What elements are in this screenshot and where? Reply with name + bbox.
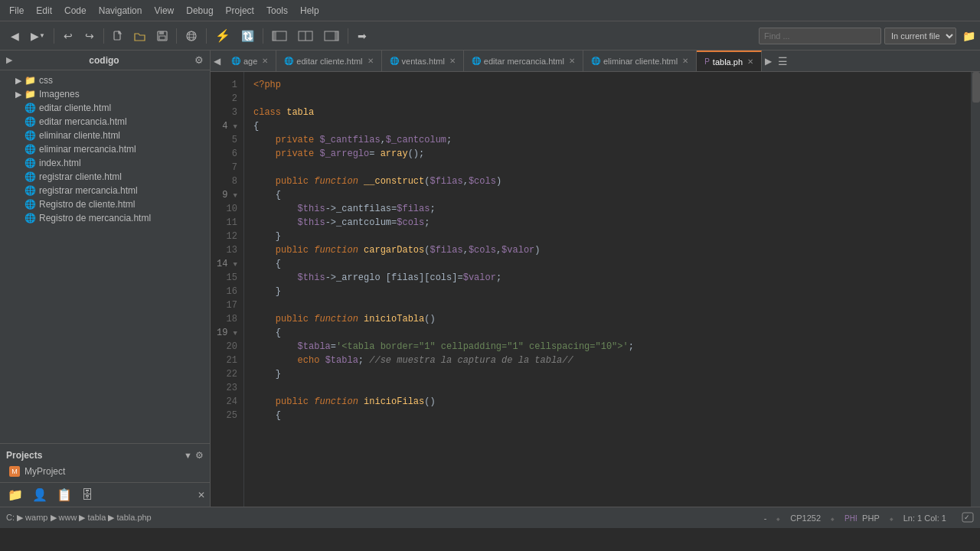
tab-close-age[interactable]: ✕	[262, 57, 268, 65]
tab-label: editar mercancia.html	[484, 57, 564, 66]
search-input[interactable]	[759, 28, 881, 44]
file-eliminar-mercancia[interactable]: 🌐 eliminar mercancia.html	[0, 142, 210, 156]
line-10: 10	[211, 202, 243, 216]
new-file-button[interactable]	[108, 26, 128, 46]
line-12: 12	[211, 230, 243, 243]
code-editor[interactable]: <?php class tabla { private $_cantfilas,…	[244, 72, 971, 507]
refresh-button[interactable]: 🔃	[237, 26, 259, 46]
file-label: registrar cliente.html	[39, 171, 122, 182]
file-icon: 🌐	[24, 213, 36, 223]
files-icon[interactable]: 📁	[5, 486, 26, 504]
sidebar-expand-icon[interactable]: ▶	[6, 55, 12, 65]
project-myproject[interactable]: M MyProject	[0, 464, 210, 479]
copy-icon[interactable]: 📋	[54, 486, 75, 504]
file-registrar-mercancia[interactable]: 🌐 registrar mercancia.html	[0, 184, 210, 197]
search-folder-icon[interactable]: 📁	[962, 30, 975, 42]
file-eliminar-cliente[interactable]: 🌐 eliminar cliente.html	[0, 129, 210, 142]
menu-view[interactable]: View	[148, 2, 180, 19]
back-button[interactable]: ◀	[5, 26, 24, 46]
menu-tools[interactable]: Tools	[260, 2, 294, 19]
layout1-button[interactable]	[267, 26, 292, 46]
editor-area: ◀ 🌐 age ✕ 🌐 editar cliente.html ✕ 🌐 vent…	[211, 51, 980, 507]
tab-close-tabla[interactable]: ✕	[747, 57, 753, 66]
line-22: 22	[211, 367, 243, 381]
tab-close[interactable]: ✕	[682, 57, 688, 65]
sidebar-bottom: 📁 👤 📋 🗄 ✕	[0, 482, 210, 507]
separator-4	[206, 28, 207, 44]
file-editar-cliente[interactable]: 🌐 editar cliente.html	[0, 101, 210, 115]
projects-panel: Projects ▼ ⚙ M MyProject	[0, 443, 210, 482]
run-button[interactable]: ⚡	[211, 26, 235, 46]
tab-close[interactable]: ✕	[449, 57, 456, 65]
file-icon: 🌐	[24, 116, 36, 127]
tab-tabla-php[interactable]: P tabla.ph ✕	[697, 51, 762, 72]
tab-icon: 🌐	[472, 57, 481, 65]
menu-debug[interactable]: Debug	[180, 2, 219, 19]
line-1: 1	[211, 78, 243, 92]
status-sep-1: ⬥	[776, 514, 781, 523]
tabs-pin-icon[interactable]: ☰	[775, 55, 791, 67]
svg-text:PHP: PHP	[844, 514, 857, 523]
status-sep-2: ⬥	[830, 514, 835, 523]
forward-button[interactable]: ▶ ▼	[26, 26, 50, 46]
database-icon[interactable]: 🗄	[78, 487, 96, 504]
editor-scrollbar[interactable]	[971, 72, 980, 507]
file-registro-cliente[interactable]: 🌐 Registro de cliente.html	[0, 197, 210, 211]
tab-age[interactable]: 🌐 age ✕	[224, 51, 276, 72]
menu-code[interactable]: Code	[58, 2, 93, 19]
tab-ventas[interactable]: 🌐 ventas.html ✕	[382, 51, 464, 72]
file-label: eliminar cliente.html	[39, 130, 120, 141]
menu-edit[interactable]: Edit	[30, 2, 58, 19]
status-validate-icon[interactable]: ✓	[962, 512, 974, 524]
status-bar: C: ▶ wamp ▶ www ▶ tabla ▶ tabla.php - ⬥ …	[0, 507, 980, 528]
status-language-label: PHP	[862, 514, 880, 523]
undo-button[interactable]: ↩	[58, 26, 78, 46]
svg-rect-13	[335, 31, 338, 41]
users-icon[interactable]: 👤	[29, 486, 51, 504]
browser-button[interactable]	[181, 26, 202, 46]
separator-1	[54, 28, 54, 44]
menu-file[interactable]: File	[3, 2, 30, 19]
file-icon: 🌐	[24, 144, 36, 155]
line-13: 13	[211, 243, 243, 257]
line-4: 4 ▼	[211, 119, 243, 133]
search-scope-select[interactable]: In current file	[884, 28, 956, 44]
save-button[interactable]	[152, 26, 172, 46]
layout2-button[interactable]	[293, 26, 318, 46]
folder-imagenes[interactable]: ▶ 📁 Imagenes	[0, 87, 210, 101]
tab-eliminar-cliente[interactable]: 🌐 eliminar cliente.html ✕	[583, 51, 697, 72]
tab-close[interactable]: ✕	[569, 57, 575, 65]
redo-button[interactable]: ↪	[80, 26, 100, 46]
status-language[interactable]: PHP PHP	[844, 514, 880, 523]
sidebar: ▶ codigo ⚙ ▶ 📁 css ▶ 📁 Imagenes 🌐 editar…	[0, 51, 211, 507]
file-index[interactable]: 🌐 index.html	[0, 156, 210, 170]
line-11: 11	[211, 216, 243, 230]
tab-close[interactable]: ✕	[368, 57, 374, 65]
file-label: editar cliente.html	[39, 103, 111, 113]
tab-editar-cliente[interactable]: 🌐 editar cliente.html ✕	[276, 51, 381, 72]
file-registrar-cliente[interactable]: 🌐 registrar cliente.html	[0, 170, 210, 184]
open-button[interactable]	[129, 26, 151, 46]
tab-nav-left[interactable]: ◀	[211, 56, 224, 67]
tab-icon: 🌐	[390, 57, 399, 65]
file-editar-mercancia[interactable]: 🌐 editar mercancia.html	[0, 115, 210, 129]
menu-help[interactable]: Help	[294, 2, 325, 19]
projects-expand-icon[interactable]: ▼	[184, 451, 192, 460]
close-panel-icon[interactable]: ✕	[198, 490, 205, 500]
layout3-button[interactable]	[319, 26, 344, 46]
tab-editar-mercancia[interactable]: 🌐 editar mercancia.html ✕	[464, 51, 583, 72]
folder-css[interactable]: ▶ 📁 css	[0, 73, 210, 87]
tab-nav-right[interactable]: ▶	[762, 56, 775, 67]
status-sep-3: ⬥	[889, 514, 894, 523]
sidebar-settings-icon[interactable]: ⚙	[194, 54, 204, 66]
sidebar-title: codigo	[89, 55, 119, 66]
projects-settings-icon[interactable]: ⚙	[195, 450, 204, 461]
line-24: 24	[211, 395, 243, 409]
menu-project[interactable]: Project	[220, 2, 260, 19]
file-registro-mercancia[interactable]: 🌐 Registro de mercancia.html	[0, 211, 210, 225]
scrollbar-thumb[interactable]	[972, 72, 980, 103]
status-encoding[interactable]: CP1252	[790, 514, 821, 523]
line-2: 2	[211, 92, 243, 106]
export-button[interactable]: ➡	[352, 26, 372, 46]
menu-navigation[interactable]: Navigation	[93, 2, 149, 19]
